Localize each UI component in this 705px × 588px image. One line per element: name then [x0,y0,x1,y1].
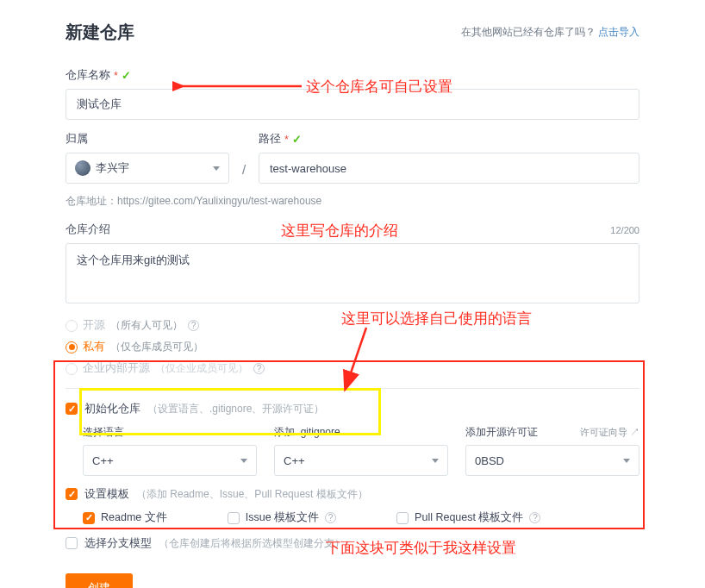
required-star: * [284,134,289,146]
header-right: 在其他网站已经有仓库了吗？ 点击导入 [461,25,639,40]
check-icon: ✓ [292,133,302,146]
pr-tpl-checkbox[interactable] [396,512,409,524]
language-select[interactable]: C++ [83,445,257,476]
path-input[interactable] [259,153,639,184]
private-label: 私有 [83,340,105,354]
pr-tpl-label: Pull Request 模板文件 [415,510,523,525]
chevron-down-icon [240,459,247,463]
init-repo-checkbox[interactable] [66,403,78,415]
chevron-down-icon [623,459,630,463]
readme-checkbox[interactable] [83,512,95,524]
language-label: 选择语言 [83,425,124,440]
create-button[interactable]: 创建 [66,573,133,588]
help-icon[interactable]: ? [253,363,265,374]
private-desc: （仅仓库成员可见） [110,340,203,354]
chevron-down-icon [213,166,220,171]
gitignore-label: 添加 .gitignore [274,425,340,440]
language-value: C++ [92,454,114,467]
readme-label: Readme 文件 [101,510,167,525]
page-title: 新建仓库 [66,21,134,44]
path-label: 路径 [259,132,281,147]
owner-select[interactable]: 李兴宇 [66,153,229,184]
license-guide-link[interactable]: 许可证向导 ↗ [580,426,639,439]
help-icon[interactable]: ? [529,512,540,523]
repo-url-hint: 仓库地址：https://gitee.com/Yaulixingyu/test-… [66,194,639,209]
init-repo-label: 初始化仓库 [84,401,140,416]
chevron-down-icon [432,459,439,463]
template-desc: （添加 Readme、Issue、Pull Request 模板文件） [136,487,368,502]
help-icon[interactable]: ? [325,512,336,523]
issue-tpl-label: Issue 模板文件 [246,510,319,525]
owner-label: 归属 [66,132,88,147]
radio-enterprise [66,363,78,375]
branch-model-label: 选择分支模型 [84,535,152,551]
branch-model-desc: （仓库创建后将根据所选模型创建分支） [159,536,345,551]
intro-textarea[interactable]: 这个仓库用来git的测试 [66,243,639,303]
init-repo-desc: （设置语言、.gitignore、开源许可证） [147,402,324,416]
slash: / [238,162,250,184]
separator [66,388,639,389]
intro-label: 仓库介绍 [66,222,110,237]
required-star: * [114,70,118,82]
license-select[interactable]: 0BSD [465,445,639,476]
repo-name-label: 仓库名称 [66,68,110,83]
help-icon[interactable]: ? [188,320,199,331]
gitignore-value: C++ [284,454,305,467]
intro-counter: 12/200 [610,225,639,235]
repo-name-input[interactable] [66,89,639,120]
import-link[interactable]: 点击导入 [598,26,639,38]
public-label: 开源 [83,318,105,333]
template-label: 设置模板 [84,486,129,502]
owner-value: 李兴宇 [96,160,129,176]
template-checkbox[interactable] [66,488,78,500]
existing-repo-prompt: 在其他网站已经有仓库了吗？ [461,26,596,38]
public-desc: （所有人可见） [110,318,183,333]
radio-private[interactable] [66,341,78,353]
enterprise-desc: （仅企业成员可见） [155,361,248,376]
issue-tpl-checkbox[interactable] [228,512,240,524]
license-value: 0BSD [475,454,504,467]
avatar [75,160,90,176]
gitignore-select[interactable]: C++ [274,445,448,476]
enterprise-label: 企业内部开源 [83,361,150,376]
branch-model-checkbox[interactable] [66,537,78,549]
radio-public [66,320,78,332]
check-icon: ✓ [122,69,131,82]
license-label: 添加开源许可证 [465,425,538,440]
